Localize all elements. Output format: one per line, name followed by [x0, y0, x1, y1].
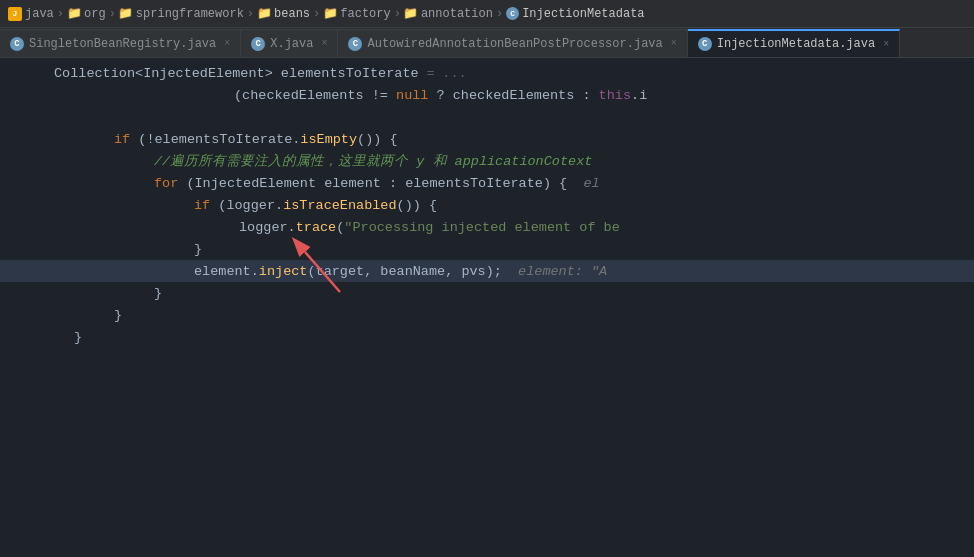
tab-label-injection: InjectionMetadata.java [717, 37, 875, 51]
line-text-2: (checkedElements != null ? checkedElemen… [50, 88, 647, 103]
tab-singleton[interactable]: C SingletonBeanRegistry.java × [0, 29, 241, 57]
breadcrumb-java[interactable]: J java [8, 7, 54, 21]
code-line-close-if: } [0, 238, 974, 260]
breadcrumb-annotation-label: annotation [421, 7, 493, 21]
breadcrumb-springframework-label: springframework [136, 7, 244, 21]
breadcrumb: J java › 📁 org › 📁 springframework › 📁 b… [0, 0, 974, 28]
code-line-close-for: } [0, 282, 974, 304]
java-icon: J [8, 7, 22, 21]
breadcrumb-sep-5: › [394, 7, 401, 21]
tab-close-x[interactable]: × [321, 38, 327, 49]
tab-close-singleton[interactable]: × [224, 38, 230, 49]
line-num-for [0, 172, 50, 194]
line-num-trace [0, 216, 50, 238]
tab-label-autowired: AutowiredAnnotationBeanPostProcessor.jav… [367, 37, 662, 51]
class-icon: C [506, 7, 519, 20]
line-text-trace: logger.trace("Processing injected elemen… [50, 220, 620, 235]
code-line-empty [0, 106, 974, 128]
tab-bar: C SingletonBeanRegistry.java × C X.java … [0, 28, 974, 58]
breadcrumb-springframework[interactable]: 📁 springframework [119, 7, 244, 21]
code-line-for: for (InjectedElement element : elementsT… [0, 172, 974, 194]
folder-icon-1: 📁 [67, 7, 81, 21]
breadcrumb-org-label: org [84, 7, 106, 21]
code-line-trace: logger.trace("Processing injected elemen… [0, 216, 974, 238]
line-text-close-if: } [50, 242, 202, 257]
code-editor: Collection<InjectedElement> elementsToIt… [0, 58, 974, 352]
line-text-comment: //遍历所有需要注入的属性，这里就两个 y 和 applicationCotex… [50, 152, 592, 170]
folder-icon-4: 📁 [323, 7, 337, 21]
breadcrumb-org[interactable]: 📁 org [67, 7, 106, 21]
line-num-empty [0, 106, 50, 128]
line-num-close-for [0, 282, 50, 304]
breadcrumb-annotation[interactable]: 📁 annotation [404, 7, 493, 21]
tab-label-singleton: SingletonBeanRegistry.java [29, 37, 216, 51]
tab-close-injection[interactable]: × [883, 39, 889, 50]
breadcrumb-class[interactable]: C InjectionMetadata [506, 7, 644, 21]
breadcrumb-sep-1: › [57, 7, 64, 21]
line-num-close-method [0, 326, 50, 348]
breadcrumb-factory-label: factory [340, 7, 390, 21]
breadcrumb-class-label: InjectionMetadata [522, 7, 644, 21]
code-line-1: Collection<InjectedElement> elementsToIt… [0, 62, 974, 84]
line-text-1: Collection<InjectedElement> elementsToIt… [50, 66, 467, 81]
folder-icon-3: 📁 [257, 7, 271, 21]
tab-icon-autowired: C [348, 37, 362, 51]
line-num-close-outer-if [0, 304, 50, 326]
tab-x[interactable]: C X.java × [241, 29, 338, 57]
tab-icon-x: C [251, 37, 265, 51]
line-num-2 [0, 84, 50, 106]
breadcrumb-factory[interactable]: 📁 factory [323, 7, 390, 21]
code-content: Collection<InjectedElement> elementsToIt… [0, 58, 974, 352]
line-text-inject: element.inject(target, beanName, pvs); e… [50, 264, 607, 279]
line-num-comment [0, 150, 50, 172]
line-num-if-logger [0, 194, 50, 216]
code-line-close-method: } [0, 326, 974, 348]
tab-icon-singleton: C [10, 37, 24, 51]
line-num-close-if [0, 238, 50, 260]
line-num-1 [0, 62, 50, 84]
folder-icon-2: 📁 [119, 7, 133, 21]
tab-close-autowired[interactable]: × [671, 38, 677, 49]
tab-icon-injection: C [698, 37, 712, 51]
breadcrumb-sep-2: › [109, 7, 116, 21]
tab-label-x: X.java [270, 37, 313, 51]
line-text-if-logger: if (logger.isTraceEnabled()) { [50, 198, 437, 213]
breadcrumb-beans[interactable]: 📁 beans [257, 7, 310, 21]
line-text-close-outer-if: } [50, 308, 122, 323]
code-line-inject: element.inject(target, beanName, pvs); e… [0, 260, 974, 282]
code-line-if: if (!elementsToIterate.isEmpty()) { [0, 128, 974, 150]
line-text-close-for: } [50, 286, 162, 301]
line-text-close-method: } [50, 330, 82, 345]
tab-autowired[interactable]: C AutowiredAnnotationBeanPostProcessor.j… [338, 29, 687, 57]
code-line-2: (checkedElements != null ? checkedElemen… [0, 84, 974, 106]
breadcrumb-sep-4: › [313, 7, 320, 21]
tab-injection[interactable]: C InjectionMetadata.java × [688, 29, 900, 57]
breadcrumb-beans-label: beans [274, 7, 310, 21]
breadcrumb-sep-3: › [247, 7, 254, 21]
line-text-if: if (!elementsToIterate.isEmpty()) { [50, 132, 398, 147]
folder-icon-5: 📁 [404, 7, 418, 21]
breadcrumb-sep-6: › [496, 7, 503, 21]
line-num-if [0, 128, 50, 150]
breadcrumb-java-label: java [25, 7, 54, 21]
code-line-comment: //遍历所有需要注入的属性，这里就两个 y 和 applicationCotex… [0, 150, 974, 172]
line-text-for: for (InjectedElement element : elementsT… [50, 176, 600, 191]
code-line-if-logger: if (logger.isTraceEnabled()) { [0, 194, 974, 216]
code-line-close-outer-if: } [0, 304, 974, 326]
line-num-inject [0, 260, 50, 282]
